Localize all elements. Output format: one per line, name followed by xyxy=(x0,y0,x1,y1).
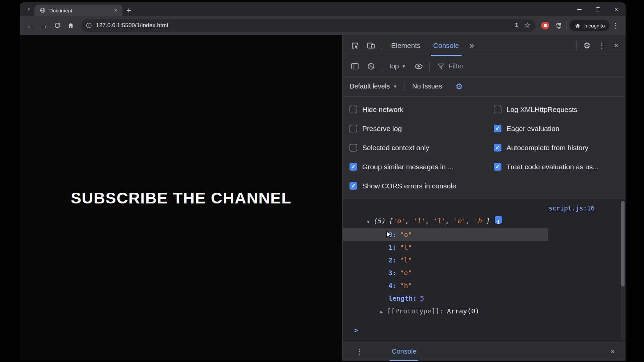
maximize-button[interactable] xyxy=(589,2,607,16)
checkbox[interactable] xyxy=(350,163,357,171)
tab-close-icon[interactable]: × xyxy=(112,7,119,13)
device-toolbar-button[interactable] xyxy=(363,35,379,56)
console-setting[interactable]: Preserve log xyxy=(350,119,494,138)
checkbox[interactable] xyxy=(494,144,501,152)
array-property-row[interactable]: 3"e" xyxy=(343,266,626,279)
drawer-menu-kebab-icon[interactable]: ⋮ xyxy=(352,347,366,356)
browser-tab[interactable]: Document × xyxy=(35,5,122,16)
home-button[interactable] xyxy=(64,19,77,32)
separator xyxy=(382,62,382,71)
checkbox[interactable] xyxy=(494,125,501,132)
window-controls: × xyxy=(570,2,626,16)
checkbox-label: Eager evaluation xyxy=(506,125,559,133)
window-content: SUBSCRIBE THE CHANNEL Elements xyxy=(20,35,626,361)
log-levels-dropdown[interactable]: Default levels ▼ xyxy=(350,82,402,90)
source-link[interactable]: script.js:16 xyxy=(549,204,595,212)
forward-button[interactable]: → xyxy=(37,19,51,32)
console-setting[interactable]: Show CORS errors in console xyxy=(350,176,494,195)
devtools-panel: Elements Console » ⚙ ⋮ × xyxy=(342,35,626,361)
reload-icon xyxy=(54,22,61,29)
checkbox[interactable] xyxy=(350,106,357,113)
console-setting[interactable]: Group similar messages in ... xyxy=(350,157,494,176)
back-button[interactable]: ← xyxy=(24,19,37,32)
web-page: SUBSCRIBE THE CHANNEL xyxy=(20,35,342,361)
live-expression-eye-icon[interactable] xyxy=(411,56,427,76)
checkbox-label: Show CORS errors in console xyxy=(362,182,456,190)
array-property-row[interactable]: length5 xyxy=(343,292,626,305)
console-setting[interactable]: Selected context only xyxy=(350,138,494,157)
tab-list-chevron-icon[interactable]: ▾ xyxy=(23,4,35,15)
javascript-context-selector[interactable]: top ▼ xyxy=(385,62,411,70)
back-arrow-icon: ← xyxy=(27,21,35,30)
console-setting[interactable]: Eager evaluation xyxy=(494,119,624,138)
site-info-icon[interactable] xyxy=(86,22,92,29)
incognito-label: Incognito xyxy=(584,23,605,28)
drawer-close-icon[interactable]: × xyxy=(605,347,620,356)
incognito-badge: Incognito xyxy=(570,20,609,31)
console-setting[interactable]: Autocomplete from history xyxy=(494,138,624,157)
extensions-puzzle-icon[interactable] xyxy=(552,19,564,32)
property-key: 3 xyxy=(388,269,396,277)
issues-counter[interactable]: No Issues xyxy=(408,82,447,90)
console-settings-gear-icon[interactable]: ⚙ xyxy=(451,82,467,91)
tab-strip: ▾ Document × + × xyxy=(20,2,626,16)
mouse-cursor xyxy=(385,231,393,239)
checkbox-label: Preserve log xyxy=(362,125,402,133)
devtools-menu-kebab-icon[interactable]: ⋮ xyxy=(595,41,609,50)
checkbox[interactable] xyxy=(350,144,357,152)
console-sidebar-toggle-icon[interactable] xyxy=(347,56,363,76)
browser-menu-kebab-icon[interactable]: ⋮ xyxy=(609,21,622,29)
tab-elements[interactable]: Elements xyxy=(385,35,427,56)
devtools-close-icon[interactable]: × xyxy=(609,41,624,50)
url-text[interactable]: 127.0.0.1:5500/1/index.html xyxy=(96,22,510,29)
array-property-row[interactable]: 4"h" xyxy=(343,279,626,292)
separator xyxy=(576,41,577,50)
console-setting[interactable]: Treat code evaluation as us... xyxy=(494,157,624,176)
more-tabs-icon[interactable]: » xyxy=(466,41,478,50)
close-window-button[interactable]: × xyxy=(607,2,626,16)
logged-array-row[interactable]: ▼(5)['o''l''l''e''h']i xyxy=(343,215,626,228)
property-key: 1 xyxy=(388,243,396,251)
devtools-controls: ⚙ ⋮ × xyxy=(574,35,626,56)
reload-button[interactable] xyxy=(51,19,64,32)
array-property-row[interactable]: 2"l" xyxy=(343,254,626,266)
array-preview: 'o''l''l''e''h' xyxy=(393,217,486,225)
scrollbar-thumb[interactable] xyxy=(621,201,625,287)
tab-console[interactable]: Console xyxy=(427,35,466,56)
console-setting[interactable]: Hide network xyxy=(350,100,494,119)
checkbox[interactable] xyxy=(350,125,357,132)
property-value: "l" xyxy=(400,243,412,251)
navigation-toolbar: ← → 127.0.0.1:5500/1/index.html xyxy=(20,16,626,35)
expand-triangle-icon[interactable]: ▶ xyxy=(380,309,383,314)
drawer-tab-console[interactable]: Console xyxy=(387,342,421,361)
console-output[interactable]: script.js:16 ▼(5)['o''l''l''e''h']i 0"o"… xyxy=(343,199,626,342)
browser-window: ▾ Document × + × ← → xyxy=(20,2,626,361)
address-bar[interactable]: 127.0.0.1:5500/1/index.html ☆ xyxy=(81,19,535,32)
scrollbar[interactable] xyxy=(621,200,625,341)
maximize-icon xyxy=(596,7,600,11)
clear-console-icon[interactable] xyxy=(363,56,379,76)
checkbox[interactable] xyxy=(350,182,357,190)
bookmark-star-icon[interactable]: ☆ xyxy=(524,22,531,29)
settings-column-left: Hide network Preserve log Selected conte… xyxy=(350,100,494,195)
console-toolbar: top ▼ Filter xyxy=(343,56,626,76)
array-property-row[interactable]: 1"l" xyxy=(343,241,626,254)
incognito-spy-icon xyxy=(574,22,581,29)
console-prompt[interactable] xyxy=(343,324,626,337)
checkbox[interactable] xyxy=(494,106,501,113)
collapse-triangle-icon[interactable]: ▼ xyxy=(367,219,370,224)
inspect-element-button[interactable] xyxy=(347,35,363,56)
console-setting[interactable]: Log XMLHttpRequests xyxy=(494,100,624,119)
adblock-extension-icon[interactable] xyxy=(541,22,549,29)
zoom-icon[interactable] xyxy=(514,22,520,29)
checkbox[interactable] xyxy=(494,163,501,171)
array-preview-item: 'l' xyxy=(425,217,445,225)
new-tab-button[interactable]: + xyxy=(122,5,135,16)
prototype-row[interactable]: ▶[[Prototype]]Array(0) xyxy=(343,305,626,318)
close-icon: × xyxy=(614,6,618,12)
settings-column-right: Log XMLHttpRequests Eager evaluation Aut… xyxy=(494,100,624,195)
value-info-icon[interactable]: i xyxy=(495,216,502,224)
filter-input[interactable]: Filter xyxy=(437,62,626,70)
devtools-settings-gear-icon[interactable]: ⚙ xyxy=(579,41,595,50)
minimize-button[interactable] xyxy=(570,2,589,16)
